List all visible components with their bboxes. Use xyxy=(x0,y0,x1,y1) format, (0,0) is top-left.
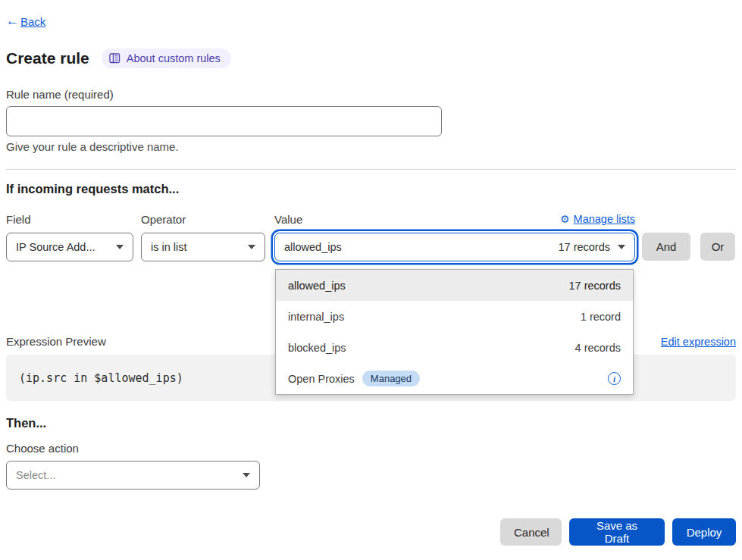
value-select[interactable]: allowed_ips 17 records xyxy=(274,233,635,261)
list-dropdown-panel: allowed_ips 17 records internal_ips 1 re… xyxy=(275,269,634,395)
then-section-heading: Then... xyxy=(6,416,736,430)
list-option-internal-ips[interactable]: internal_ips 1 record xyxy=(276,301,633,332)
operator-select[interactable]: is in list xyxy=(141,233,265,261)
field-label: Field xyxy=(6,213,31,226)
expression-preview-label: Expression Preview xyxy=(6,335,106,348)
managed-badge: Managed xyxy=(362,371,420,386)
page-title: Create rule xyxy=(6,49,89,67)
value-label: Value xyxy=(274,213,302,226)
edit-expression-link[interactable]: Edit expression xyxy=(661,336,736,348)
manage-lists-link[interactable]: ⚙ Manage lists xyxy=(560,213,635,225)
list-option-name: Open Proxies xyxy=(288,373,355,385)
create-rule-page: ← Back Create rule About custom rules Ru… xyxy=(0,0,742,560)
about-badge-label: About custom rules xyxy=(127,52,221,64)
rule-name-label: Rule name (required) xyxy=(6,88,736,101)
list-option-count: 1 record xyxy=(581,311,621,323)
chevron-down-icon xyxy=(116,245,124,249)
choose-action-label: Choose action xyxy=(6,442,736,455)
title-row: Create rule About custom rules xyxy=(6,48,736,68)
field-select[interactable]: IP Source Add... xyxy=(6,233,133,261)
match-section-heading: If incoming requests match... xyxy=(6,182,736,196)
manage-lists-label[interactable]: Manage lists xyxy=(574,213,635,225)
cancel-button[interactable]: Cancel xyxy=(500,518,562,546)
operator-select-value: is in list xyxy=(151,241,240,253)
deploy-button[interactable]: Deploy xyxy=(672,518,736,546)
list-option-name: internal_ips xyxy=(288,311,344,323)
list-option-count: 17 records xyxy=(568,280,621,292)
list-option-blocked-ips[interactable]: blocked_ips 4 records xyxy=(276,332,633,363)
list-option-allowed-ips[interactable]: allowed_ips 17 records xyxy=(276,270,633,301)
rule-name-helper-text: Give your rule a descriptive name. xyxy=(6,140,736,153)
back-arrow-icon: ← xyxy=(6,14,19,29)
chevron-down-icon xyxy=(248,245,255,249)
and-button[interactable]: And xyxy=(642,233,690,261)
action-select-placeholder: Select... xyxy=(16,469,235,481)
list-option-name: allowed_ips xyxy=(288,280,346,292)
action-select[interactable]: Select... xyxy=(6,461,260,490)
rule-name-input[interactable] xyxy=(6,106,442,136)
book-icon xyxy=(109,53,121,64)
value-select-count: 17 records xyxy=(558,241,610,253)
section-divider xyxy=(6,169,736,170)
back-link[interactable]: ← Back xyxy=(6,14,736,29)
info-icon[interactable]: i xyxy=(608,372,621,385)
save-as-draft-button[interactable]: Save as Draft xyxy=(569,518,665,546)
operator-label: Operator xyxy=(141,213,186,226)
field-select-value: IP Source Add... xyxy=(16,241,108,253)
gear-icon: ⚙ xyxy=(560,213,570,225)
about-custom-rules-badge[interactable]: About custom rules xyxy=(102,48,231,68)
match-condition-row: Field IP Source Add... Operator is in li… xyxy=(6,211,736,261)
chevron-down-icon xyxy=(243,473,250,477)
footer-actions: Cancel Save as Draft Deploy xyxy=(0,518,736,546)
value-select-name: allowed_ips xyxy=(284,241,342,253)
expression-code: (ip.src in $allowed_ips) xyxy=(19,371,183,385)
chevron-down-icon xyxy=(618,245,625,249)
list-option-count: 4 records xyxy=(575,342,621,354)
list-option-name: blocked_ips xyxy=(288,342,346,354)
or-button[interactable]: Or xyxy=(700,233,735,261)
list-option-open-proxies[interactable]: Open Proxies Managed i xyxy=(276,363,633,394)
back-link-label[interactable]: Back xyxy=(20,15,45,28)
